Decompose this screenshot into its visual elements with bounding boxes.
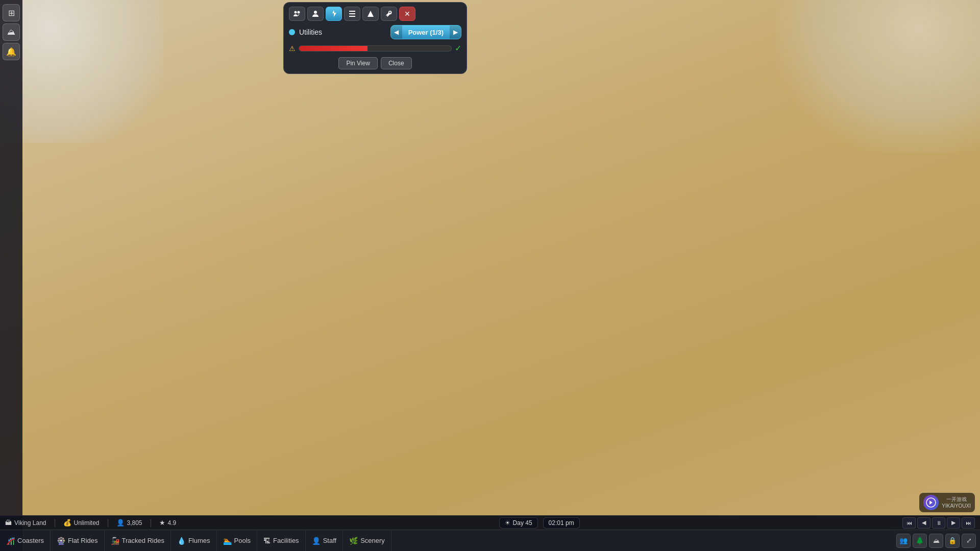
bottom-extra-icons: 👥 🌲 ⛰ 🔒 ⤢ <box>892 534 980 548</box>
utilities-label: Utilities <box>299 28 386 36</box>
flumes-tab[interactable]: 💧 Flumes <box>171 530 217 551</box>
guests-icon-tab[interactable] <box>289 7 305 21</box>
flumes-icon: 💧 <box>177 537 186 545</box>
divider-1 <box>55 519 55 527</box>
panel-actions: Pin View Close <box>289 57 461 69</box>
guests-status-icon: 👤 <box>116 519 125 527</box>
utilities-indicator <box>289 29 295 35</box>
utilities-icon-tab[interactable] <box>326 7 342 21</box>
branding-icon <box>923 495 939 510</box>
branding-watermark: 一开游戏 YIKAIYOUXI <box>919 493 975 512</box>
flat-rides-icon: 🎡 <box>57 537 65 545</box>
staff-label: Staff <box>323 537 337 544</box>
money-item: 💰 Unlimited <box>63 519 100 527</box>
check-icon: ✓ <box>455 43 461 53</box>
back-btn[interactable]: ◀ <box>917 517 930 529</box>
flumes-label: Flumes <box>188 537 210 544</box>
scenery-icon-tab[interactable] <box>362 7 379 21</box>
rating-icon: ★ <box>159 519 165 527</box>
progress-bar-container: ⚠ ✓ <box>289 43 461 53</box>
facilities-icon: 🏗 <box>263 537 271 545</box>
park-name-item: 🏔 Viking Land <box>5 519 46 527</box>
scenery-label: Scenery <box>360 537 385 544</box>
power-next-btn[interactable]: ▶ <box>450 26 461 39</box>
svg-point-41 <box>314 11 317 14</box>
pin-view-btn[interactable]: Pin View <box>338 57 377 69</box>
forward-btn[interactable]: ▶ <box>947 517 960 529</box>
staff-icon-tab[interactable] <box>307 7 324 21</box>
utility-panel: ✕ Utilities ◀ Power (1/3) ▶ ⚠ ✓ Pin View… <box>283 2 467 74</box>
rating-value: 4.9 <box>168 519 177 527</box>
money-value: Unlimited <box>74 519 100 527</box>
facilities-label: Facilities <box>273 537 299 544</box>
time-display: 02:01 pm <box>543 517 580 529</box>
trees-view-btn[interactable]: 🌲 <box>913 534 927 548</box>
mountain-view-btn[interactable]: ⛰ <box>929 534 943 548</box>
flat-rides-tab[interactable]: 🎡 Flat Rides <box>51 530 105 551</box>
power-label: Power (1/3) <box>402 29 450 36</box>
snow-area-left <box>0 0 163 143</box>
icon-tab-row: ✕ <box>289 7 461 21</box>
close-btn[interactable]: Close <box>381 57 412 69</box>
tracked-rides-icon: 🚂 <box>111 537 119 545</box>
progress-bar <box>299 45 452 52</box>
day-time-container: ☀ Day 45 02:01 pm <box>499 517 580 529</box>
svg-point-39 <box>295 11 297 14</box>
park-name: Viking Land <box>14 519 46 527</box>
staff-tab[interactable]: 👤 Staff <box>306 530 344 551</box>
pools-label: Pools <box>234 537 251 544</box>
media-controls: ⏮ ◀ ⏸ ▶ ⏭ <box>902 517 975 529</box>
park-icon: 🏔 <box>5 519 12 527</box>
tracked-rides-tab[interactable]: 🚂 Tracked Rides <box>105 530 171 551</box>
build-menu-btn[interactable]: ⊞ <box>3 4 20 21</box>
scenery-bottom-icon: 🌿 <box>349 537 358 545</box>
staff-bottom-icon: 👤 <box>312 537 321 545</box>
fast-forward-btn[interactable]: ⏭ <box>962 517 975 529</box>
rewind-btn[interactable]: ⏮ <box>902 517 916 529</box>
game-viewport <box>0 0 980 551</box>
coasters-label: Coasters <box>17 537 44 544</box>
snow-area-right <box>776 0 980 153</box>
expand-view-btn[interactable]: ⤢ <box>962 534 976 548</box>
time-label: 02:01 pm <box>549 519 574 527</box>
guests-item: 👤 3,805 <box>116 519 142 527</box>
coasters-tab[interactable]: 🎢 Coasters <box>0 530 51 551</box>
facilities-tab[interactable]: 🏗 Facilities <box>257 530 306 551</box>
bottom-toolbar: 🎢 Coasters 🎡 Flat Rides 🚂 Tracked Rides … <box>0 530 980 551</box>
day-label: Day 45 <box>513 519 532 527</box>
divider-2 <box>108 519 108 527</box>
money-icon: 💰 <box>63 519 71 527</box>
pools-tab[interactable]: 🏊 Pools <box>217 530 258 551</box>
pools-icon: 🏊 <box>223 537 232 545</box>
guests-count: 3,805 <box>127 519 142 527</box>
list-icon-tab[interactable] <box>344 7 360 21</box>
sun-icon: ☀ <box>505 519 510 527</box>
scenery-tab[interactable]: 🌿 Scenery <box>343 530 391 551</box>
day-display: ☀ Day 45 <box>499 517 538 529</box>
divider-3 <box>151 519 151 527</box>
left-sidebar: ⊞ ⛰ 🔔 <box>0 0 22 551</box>
svg-point-40 <box>298 11 300 14</box>
terrain-btn[interactable]: ⛰ <box>3 23 20 41</box>
rating-item: ★ 4.9 <box>159 519 177 527</box>
tools-icon-tab[interactable] <box>381 7 397 21</box>
pause-btn[interactable]: ⏸ <box>932 517 945 529</box>
power-selector: ◀ Power (1/3) ▶ <box>390 25 461 39</box>
branding-text: 一开游戏 YIKAIYOUXI <box>942 496 971 509</box>
power-prev-btn[interactable]: ◀ <box>391 26 402 39</box>
utilities-row: Utilities ◀ Power (1/3) ▶ <box>289 25 461 39</box>
flat-rides-label: Flat Rides <box>68 537 98 544</box>
panel-close-btn[interactable]: ✕ <box>399 7 415 21</box>
notifications-btn[interactable]: 🔔 <box>3 43 20 60</box>
progress-bar-fill <box>299 46 368 51</box>
tracked-rides-label: Tracked Rides <box>122 537 164 544</box>
status-bar: 🏔 Viking Land 💰 Unlimited 👤 3,805 ★ 4.9 … <box>0 515 980 530</box>
warning-icon: ⚠ <box>289 44 296 53</box>
guests-view-btn[interactable]: 👥 <box>896 534 911 548</box>
coasters-icon: 🎢 <box>6 537 15 545</box>
lock-view-btn[interactable]: 🔒 <box>945 534 960 548</box>
